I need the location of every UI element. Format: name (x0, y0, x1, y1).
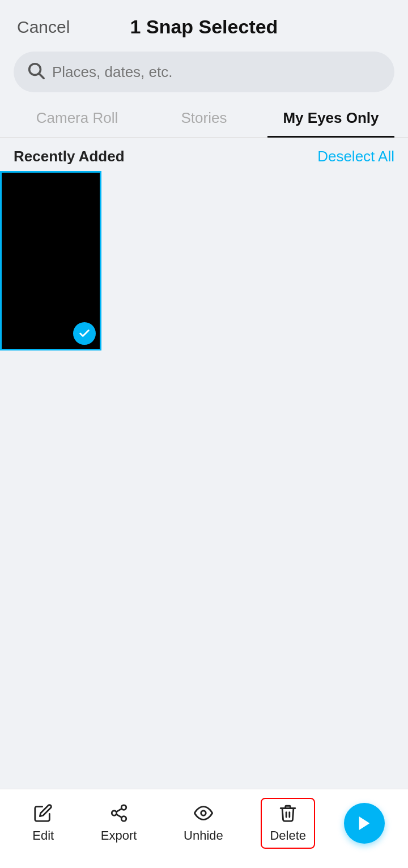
svg-line-5 (116, 814, 122, 818)
export-label: Export (101, 828, 137, 843)
header: Cancel 1 Snap Selected (0, 0, 408, 44)
header-title: 1 Snap Selected (130, 16, 278, 38)
section-title: Recently Added (14, 148, 125, 165)
delete-label: Delete (270, 828, 306, 843)
svg-marker-8 (359, 816, 369, 830)
photo-thumb[interactable] (0, 171, 101, 350)
unhide-label: Unhide (184, 828, 223, 843)
search-input[interactable] (52, 63, 382, 81)
delete-icon (278, 803, 298, 825)
search-icon (26, 61, 45, 83)
cancel-button[interactable]: Cancel (17, 18, 70, 37)
search-bar (14, 52, 394, 92)
edit-icon (33, 803, 53, 825)
delete-button[interactable]: Delete (261, 798, 315, 849)
svg-line-6 (116, 809, 122, 812)
tab-stories[interactable]: Stories (141, 100, 267, 138)
export-button[interactable]: Export (92, 798, 146, 849)
bottom-toolbar: Edit Export Unhide (0, 789, 408, 868)
svg-point-7 (201, 810, 206, 815)
selection-check-badge (73, 322, 96, 345)
export-icon (109, 803, 129, 825)
edit-label: Edit (32, 828, 54, 843)
edit-button[interactable]: Edit (23, 798, 63, 849)
unhide-icon (194, 803, 213, 825)
tabs: Camera Roll Stories My Eyes Only (0, 100, 408, 138)
unhide-button[interactable]: Unhide (175, 798, 232, 849)
send-fab-button[interactable] (344, 803, 385, 844)
search-container (0, 44, 408, 100)
photo-grid (0, 171, 408, 350)
tab-my-eyes-only[interactable]: My Eyes Only (267, 100, 394, 138)
section-header: Recently Added Deselect All (0, 138, 408, 171)
svg-line-1 (39, 74, 44, 78)
tab-camera-roll[interactable]: Camera Roll (14, 100, 141, 138)
deselect-all-button[interactable]: Deselect All (317, 148, 394, 165)
